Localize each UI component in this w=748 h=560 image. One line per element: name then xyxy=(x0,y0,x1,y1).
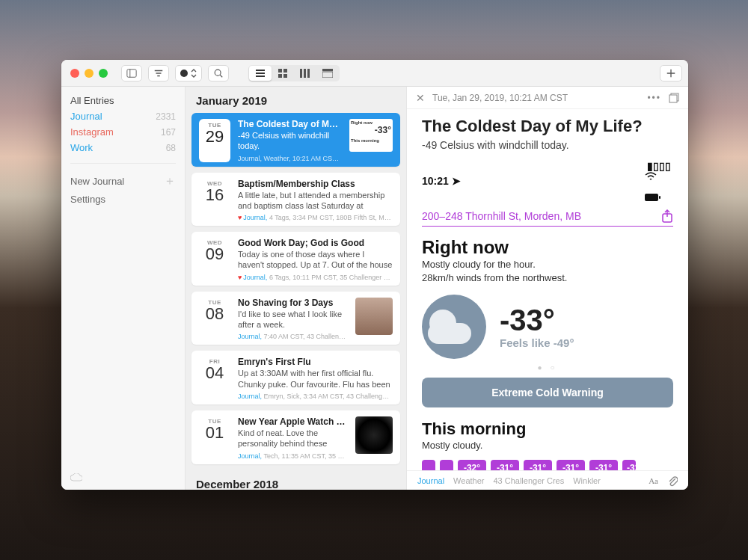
cloudy-icon xyxy=(422,295,486,359)
more-button[interactable]: ••• xyxy=(647,93,661,103)
close-detail-button[interactable]: ✕ xyxy=(416,92,425,104)
list-item[interactable]: TUE08 No Shaving for 3 Days I'd like to … xyxy=(191,292,400,345)
list-item[interactable]: FRI04 Emryn's First Flu Up at 3:30AM wit… xyxy=(191,351,400,404)
month-header: January 2019 xyxy=(186,87,406,113)
svg-rect-12 xyxy=(278,74,282,78)
hour-block: -32° xyxy=(458,460,486,470)
svg-line-6 xyxy=(220,75,222,77)
entry-title: The Coldest Day of My Life? xyxy=(238,119,342,129)
phone-time: 10:21 xyxy=(422,175,449,187)
svg-rect-0 xyxy=(127,69,136,77)
svg-rect-15 xyxy=(304,69,306,78)
app-window: All Entries Journal2331 Instagram167 Wor… xyxy=(61,60,688,490)
hour-block xyxy=(422,460,435,470)
entry-title: The Coldest Day of My Life? xyxy=(422,117,673,136)
hour-block xyxy=(440,460,453,470)
view-mode-segmented xyxy=(248,65,340,81)
share-button[interactable] xyxy=(661,209,673,223)
minimize-window-button[interactable] xyxy=(85,69,94,78)
sidebar-toggle-button[interactable] xyxy=(121,65,142,81)
detail-pane: ✕ Tue, Jan 29, 2019, 10:21 AM CST ••• Th… xyxy=(407,87,688,490)
sidebar-item-instagram[interactable]: Instagram167 xyxy=(61,124,185,140)
entry-thumbnail: Right now -33° This morning xyxy=(349,119,393,152)
attachment-button[interactable] xyxy=(667,475,678,487)
conditions-line: Mostly cloudy for the hour. xyxy=(422,258,673,271)
label: Settings xyxy=(70,194,105,205)
entry-list: January 2019 TUE29 The Coldest Day of My… xyxy=(186,87,407,490)
settings-button[interactable]: Settings xyxy=(61,191,185,207)
entry-preview: Kind of neat. Love the personality behin… xyxy=(238,428,348,449)
entry-preview: -49 Celsius with windchill today. xyxy=(238,130,342,152)
address-link[interactable]: 200–248 Thornhill St, Morden, MB xyxy=(422,210,581,222)
svg-point-5 xyxy=(215,70,221,76)
footer-tag[interactable]: Winkler xyxy=(573,476,601,485)
count: 68 xyxy=(166,143,176,153)
svg-rect-22 xyxy=(669,95,677,102)
wind-line: 28km/h winds from the northwest. xyxy=(422,271,673,285)
svg-rect-18 xyxy=(322,72,333,78)
label: Work xyxy=(70,142,93,153)
hourly-forecast: -32° -31° -31° -31° -31° -32° xyxy=(422,460,673,470)
entry-thumbnail xyxy=(355,416,393,454)
entry-title: Baptism/Membership Class xyxy=(238,179,393,189)
entry-preview: A little late, but I attended a membersh… xyxy=(238,190,393,212)
column-view-button[interactable] xyxy=(294,66,316,81)
this-morning-heading: This morning xyxy=(422,419,673,439)
heart-icon: ♥ xyxy=(238,214,242,221)
footer-tag[interactable]: Weather xyxy=(453,476,484,485)
footer-tag[interactable]: Journal xyxy=(417,476,444,485)
entry-meta: Weather, 10:21 AM CST, 43 Challenger … xyxy=(264,155,342,162)
search-button[interactable] xyxy=(208,65,229,81)
journal-color-icon xyxy=(180,70,188,77)
sidebar-item-journal[interactable]: Journal2331 xyxy=(61,108,185,124)
location-icon: ➤ xyxy=(452,175,461,187)
count: 2331 xyxy=(156,111,176,122)
entry-title: Emryn's First Flu xyxy=(238,357,393,367)
sidebar: All Entries Journal2331 Instagram167 Wor… xyxy=(61,87,186,490)
weather-warning[interactable]: Extreme Cold Warning xyxy=(422,378,673,407)
sidebar-all-entries[interactable]: All Entries xyxy=(61,93,185,108)
label: New Journal xyxy=(70,176,124,187)
page-indicator: ● ○ xyxy=(422,363,673,372)
svg-rect-10 xyxy=(278,69,282,73)
entry-title: Good Work Day; God is Good xyxy=(238,238,393,248)
svg-rect-13 xyxy=(283,74,287,78)
entry-title: New Year Apple Watch Notification xyxy=(238,416,348,427)
list-view-button[interactable] xyxy=(249,66,272,81)
filter-button[interactable] xyxy=(148,65,169,81)
zoom-window-button[interactable] xyxy=(99,69,108,78)
sidebar-item-work[interactable]: Work68 xyxy=(61,140,185,156)
entry-tag: Journal, xyxy=(238,155,262,162)
feels-like: Feels like -49° xyxy=(500,336,574,349)
label: Instagram xyxy=(70,126,114,138)
open-window-button[interactable] xyxy=(669,93,679,103)
detail-toolbar: ✕ Tue, Jan 29, 2019, 10:21 AM CST ••• xyxy=(407,87,688,109)
hour-block: -31° xyxy=(524,460,552,470)
morning-conditions: Mostly cloudy. xyxy=(422,439,673,452)
wifi-icon xyxy=(645,172,673,181)
list-item[interactable]: WED16 Baptism/Membership Class A little … xyxy=(191,173,400,227)
close-window-button[interactable] xyxy=(70,69,79,78)
footer-tag[interactable]: 43 Challenger Cres xyxy=(493,476,564,485)
svg-rect-24 xyxy=(659,196,660,199)
plus-icon: ＋ xyxy=(164,173,176,189)
grid-view-button[interactable] xyxy=(272,66,294,81)
new-journal-button[interactable]: New Journal＋ xyxy=(61,171,185,191)
font-button[interactable]: Aa xyxy=(649,476,658,485)
entry-title: No Shaving for 3 Days xyxy=(238,298,348,308)
phone-statusbar: 10:21 ➤ ▮▯▯▯ xyxy=(422,160,673,202)
detail-date: Tue, Jan 29, 2019, 10:21 AM CST xyxy=(432,93,640,103)
svg-rect-14 xyxy=(300,69,302,78)
entry-selected[interactable]: TUE29 The Coldest Day of My Life? -49 Ce… xyxy=(191,113,400,167)
hour-block: -31° xyxy=(589,460,618,470)
list-item[interactable]: WED09 Good Work Day; God is Good Today i… xyxy=(191,232,400,286)
month-header: December 2018 xyxy=(186,470,406,490)
list-item[interactable]: TUE01 New Year Apple Watch Notification … xyxy=(191,410,400,464)
entry-subtitle: -49 Celsius with windchill today. xyxy=(422,139,673,151)
new-entry-button[interactable] xyxy=(660,65,682,81)
journal-picker-button[interactable] xyxy=(175,65,202,81)
sync-icon xyxy=(70,473,82,482)
calendar-view-button[interactable] xyxy=(316,66,339,81)
count: 167 xyxy=(161,127,176,138)
svg-rect-16 xyxy=(307,69,310,78)
